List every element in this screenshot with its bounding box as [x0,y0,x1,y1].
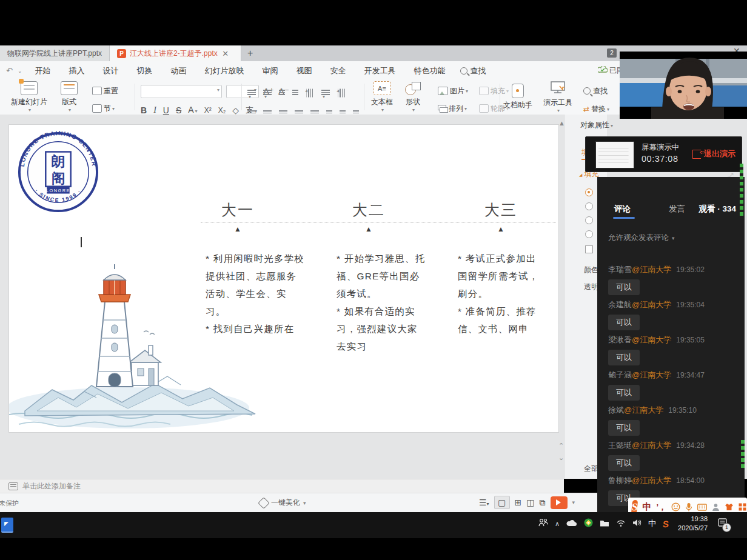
exit-icon [692,150,701,159]
decrease-indent-button[interactable] [279,90,285,96]
comment-permission-dropdown[interactable]: 允许观众发表评论 [608,233,675,243]
tray-expand-icon[interactable]: ∧ [555,520,560,528]
ribbon-tab[interactable]: 审阅 [253,64,287,78]
skin-icon[interactable] [725,503,734,511]
notification-center-icon[interactable]: 1 [718,518,728,530]
italic-button[interactable]: I [153,105,156,115]
ribbon-tab[interactable]: 开始 [25,64,59,78]
present-tools-button[interactable]: 演示工具 [543,81,572,113]
stream-scrollbar-top[interactable] [740,164,743,218]
next-slide-button[interactable]: ⌄ [558,454,564,462]
doc-tab-2[interactable]: P 江大线上讲座2-王超予.pptx ✕ [110,45,241,61]
slideshow-play-button[interactable] [551,496,568,509]
antivirus-icon[interactable] [584,518,593,530]
doc-assistant-button[interactable]: 文档助手 [503,81,532,113]
ribbon-tab[interactable]: 动画 [161,64,195,78]
bullets-button[interactable] [247,90,256,96]
section-button[interactable]: 节 [92,104,115,114]
new-tab-button[interactable]: + [241,45,260,61]
replace-button[interactable]: ⇄替换 [583,104,609,115]
subscript-button[interactable]: X₂ [218,106,226,115]
voice-input-icon[interactable] [685,502,692,512]
ribbon-tab[interactable]: 特色功能 [404,64,454,78]
layout-button[interactable]: 版式 [61,81,78,113]
object-properties-title[interactable]: 对象属性 [580,120,613,130]
fill-checkbox[interactable] [585,245,593,253]
ribbon-tab[interactable]: 开发工具 [355,64,404,78]
comment-item: 梁湫香@江南大学19:35:05 可以 [608,335,735,370]
font-name-select[interactable] [141,85,222,98]
ribbon-tab[interactable]: 切换 [127,64,161,78]
cloud-icon[interactable] [566,518,577,529]
sogou-tray-icon[interactable]: S [662,519,669,529]
bold-button[interactable]: B [141,105,147,115]
ribbon-tab[interactable]: 幻灯片放映 [195,64,253,78]
text-direction-button[interactable] [307,88,313,97]
reset-button[interactable]: 重置 [92,86,118,96]
increase-indent-button[interactable] [292,90,298,96]
ime-indicator[interactable]: 中 [648,518,656,529]
picture-button[interactable]: 图片 [438,86,468,96]
tab-comments[interactable]: 评论 [614,204,631,215]
ribbon-find-tab[interactable]: 查找 [460,65,486,76]
underline-button[interactable]: U [163,105,169,115]
slide-sorter-icon[interactable]: ⊞ [515,498,522,507]
handout-view-icon[interactable]: ⧉ [540,498,546,508]
ribbon-tab[interactable]: 安全 [321,64,355,78]
clock[interactable]: 19:38 2020/5/27 [678,515,708,533]
doc-tab-2-label: 江大线上讲座2-王超予.pptx [130,48,218,59]
notes-bar[interactable]: 单击此处添加备注 [0,479,564,493]
keyboard-icon[interactable] [697,504,707,511]
people-icon[interactable] [538,518,548,529]
ribbon-tab[interactable]: 视图 [287,64,321,78]
fill-radio-3[interactable] [585,216,593,224]
numbering-button[interactable] [263,90,272,96]
fill-radio-2[interactable] [585,202,593,210]
account-icon[interactable] [712,503,720,512]
fill-radio-4[interactable] [585,230,593,238]
find-button[interactable]: 查找 [583,86,608,96]
tab-speak[interactable]: 发言 [669,204,685,215]
wifi-icon[interactable] [616,518,626,529]
reading-view-icon[interactable]: ◫ [526,498,534,507]
arrange-button[interactable]: 排列 [438,104,467,114]
beautify-button[interactable]: 一键美化 ▾ [260,498,306,508]
prev-slide-button[interactable]: ⌃ [558,442,564,450]
slide-canvas[interactable]: LONGRE TRAINING CENTER · SINCE 1999 · 朗 … [8,124,559,433]
new-slide-button[interactable]: 新建幻灯片 [11,81,47,113]
clear-format-button[interactable]: ◇ [232,105,239,115]
fill-radio-1[interactable] [585,188,593,196]
align-text-button[interactable] [338,88,345,97]
apply-all-label[interactable]: 全部 [584,464,598,474]
find-icon [583,87,591,95]
undo-icon[interactable]: ↶ [6,66,13,75]
ime-punct-toggle[interactable]: ’， [656,502,666,513]
timeline-header-1: 大一 [216,200,259,220]
timeline-header-2: 大二 [347,200,390,220]
logo-char-bottom: 阁 [52,171,65,186]
comment-org: @江南大学 [632,335,671,344]
ribbon-tab[interactable]: 设计 [93,64,127,78]
normal-view-icon[interactable]: ▢ [494,496,510,509]
taskbar-app-icon[interactable] [1,518,13,533]
folder-icon[interactable] [600,518,609,529]
ime-lang-toggle[interactable]: 中 [642,501,651,513]
timeline-line [201,222,556,222]
textbox-button[interactable]: A≡ 文本框 [371,81,393,113]
stream-scrollbar-bottom[interactable] [741,440,745,468]
qat-dropdown-icon[interactable]: ⌄ [18,68,22,74]
emoji-icon[interactable] [671,502,680,512]
line-spacing-button[interactable] [321,90,330,96]
comment-org: @江南大学 [624,405,663,415]
toolbox-icon[interactable] [739,503,746,511]
doc-tab-1[interactable]: 物联网学院线上讲座PPT.pptx [0,45,110,61]
exit-presentation-button[interactable]: 退出演示 [692,148,735,159]
tab-close-icon[interactable]: ✕ [218,49,233,58]
slideshow-options-icon[interactable]: ▾ [572,499,575,505]
strikethrough-button[interactable]: S [176,105,181,115]
notes-view-icon[interactable]: ☰▾ [479,498,489,507]
volume-icon[interactable] [632,518,641,529]
superscript-button[interactable]: X² [204,106,212,115]
ribbon-tab[interactable]: 插入 [59,64,93,78]
shapes-button[interactable]: 形状 [405,81,421,113]
